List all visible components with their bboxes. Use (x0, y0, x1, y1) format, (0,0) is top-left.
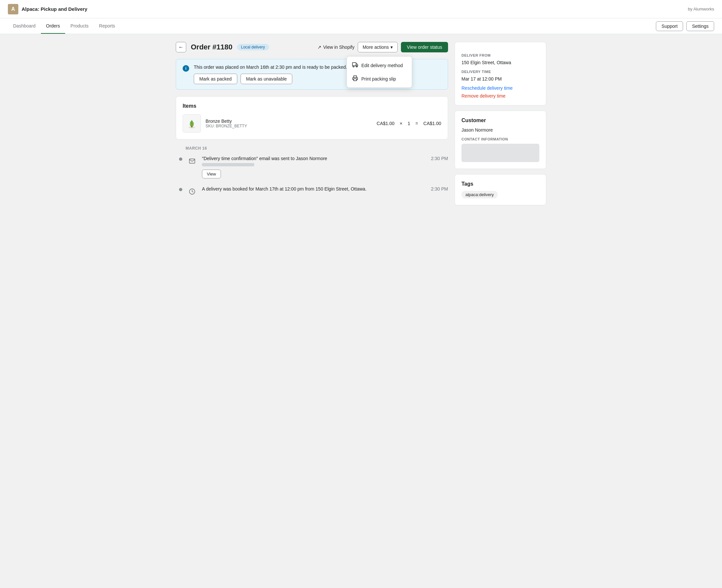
printer-icon (352, 75, 358, 82)
deliver-from-label: Deliver from (462, 54, 539, 57)
redacted-email (202, 163, 254, 166)
booking-event-message: A delivery was booked for March 17th at … (202, 186, 366, 191)
timeline-item-booking: A delivery was booked for March 17th at … (179, 186, 448, 197)
nav-products[interactable]: Products (65, 18, 93, 34)
external-link-icon: ↗ (317, 44, 321, 50)
view-email-button[interactable]: View (202, 170, 221, 178)
item-details: Bronze Betty SKU: BRONZE_BETTY (206, 119, 372, 128)
mark-unavailable-button[interactable]: Mark as unavailable (240, 74, 293, 84)
timeline-item-email: "Delivery time confirmation" email was s… (179, 156, 448, 178)
back-arrow-icon: ← (178, 44, 184, 50)
svg-rect-3 (354, 79, 357, 81)
by-label: by Alumworks (688, 6, 714, 12)
timeline-booking-content: A delivery was booked for March 17th at … (202, 186, 448, 197)
items-card: Items Bronze Betty SKU: BRONZE_BETTY (176, 96, 448, 140)
view-shopify-button[interactable]: ↗ View in Shopify (317, 44, 354, 50)
item-name: Bronze Betty (206, 119, 372, 124)
tag-chip: alpaca:delivery (462, 191, 498, 198)
svg-rect-0 (353, 63, 356, 66)
back-button[interactable]: ← (176, 42, 186, 52)
nav-reports[interactable]: Reports (94, 18, 121, 34)
nav-orders[interactable]: Orders (41, 18, 65, 34)
item-price: CA$1.00 (377, 121, 395, 126)
customer-panel: Customer Jason Normore CONTACT INFORMATI… (454, 111, 546, 169)
order-actions: ↗ View in Shopify More actions ▾ View or… (317, 42, 448, 52)
delivery-badge: Local delivery (237, 44, 269, 50)
svg-point-1 (353, 66, 354, 67)
settings-button[interactable]: Settings (686, 21, 714, 31)
view-order-status-button[interactable]: View order status (401, 42, 448, 52)
reschedule-link[interactable]: Reschedule delivery time (462, 85, 512, 91)
equals-symbol: = (415, 121, 418, 126)
multiply-symbol: × (400, 121, 402, 126)
timeline-email-content: "Delivery time confirmation" email was s… (202, 156, 448, 178)
timeline: MARCH 16 "Delivery time confirmation" em… (176, 146, 448, 197)
email-event-message: "Delivery time confirmation" email was s… (202, 156, 327, 161)
chevron-down-icon: ▾ (390, 44, 393, 50)
deliver-from-value: 150 Elgin Street, Ottawa (462, 60, 539, 65)
delivery-panel: Deliver from 150 Elgin Street, Ottawa De… (454, 42, 546, 105)
item-row: Bronze Betty SKU: BRONZE_BETTY CA$1.00 ×… (183, 114, 441, 132)
clock-icon (187, 186, 197, 197)
brand: A Alpaca: Pickup and Delivery (8, 4, 87, 15)
edit-delivery-method-item[interactable]: Edit delivery method (347, 59, 412, 72)
info-message: This order was placed on March 16th at 2… (194, 64, 347, 70)
timeline-date: MARCH 16 (179, 146, 448, 151)
customer-name: Jason Normore (462, 127, 539, 132)
svg-point-2 (356, 66, 357, 67)
print-packing-slip-item[interactable]: Print packing slip (347, 72, 412, 85)
mark-packed-button[interactable]: Mark as packed (194, 74, 237, 84)
delivery-time-label: Delivery time (462, 70, 539, 74)
contact-info-label: CONTACT INFORMATION (462, 137, 539, 141)
contact-info-placeholder (462, 144, 539, 162)
info-icon: i (183, 65, 189, 72)
timeline-dot-2 (179, 188, 182, 191)
booking-event-time: 2:30 PM (431, 186, 448, 191)
tags-title: Tags (462, 181, 539, 187)
item-total: CA$1.00 (424, 121, 441, 126)
item-sku: SKU: BRONZE_BETTY (206, 124, 372, 128)
item-pricing: CA$1.00 × 1 = CA$1.00 (377, 121, 441, 126)
order-title: Order #1180 (191, 43, 232, 51)
truck-icon (352, 62, 358, 69)
item-image (183, 114, 201, 132)
item-quantity: 1 (408, 121, 410, 126)
support-button[interactable]: Support (656, 21, 683, 31)
email-icon (187, 156, 197, 166)
customer-title: Customer (462, 118, 539, 123)
email-event-time: 2:30 PM (431, 156, 448, 161)
timeline-dot (179, 158, 182, 161)
tags-panel: Tags alpaca:delivery (454, 174, 546, 205)
delivery-time-value: Mar 17 at 12:00 PM (462, 76, 539, 82)
brand-name: Alpaca: Pickup and Delivery (22, 6, 87, 12)
nav-links: Dashboard Orders Products Reports (8, 18, 121, 34)
items-title: Items (183, 103, 441, 109)
more-actions-button[interactable]: More actions ▾ (358, 42, 398, 52)
more-actions-dropdown: Edit delivery method Print packing slip (346, 56, 412, 88)
brand-logo: A (8, 4, 18, 15)
nav-dashboard[interactable]: Dashboard (8, 18, 41, 34)
remove-delivery-link[interactable]: Remove delivery time (462, 93, 506, 99)
svg-rect-5 (191, 126, 192, 127)
